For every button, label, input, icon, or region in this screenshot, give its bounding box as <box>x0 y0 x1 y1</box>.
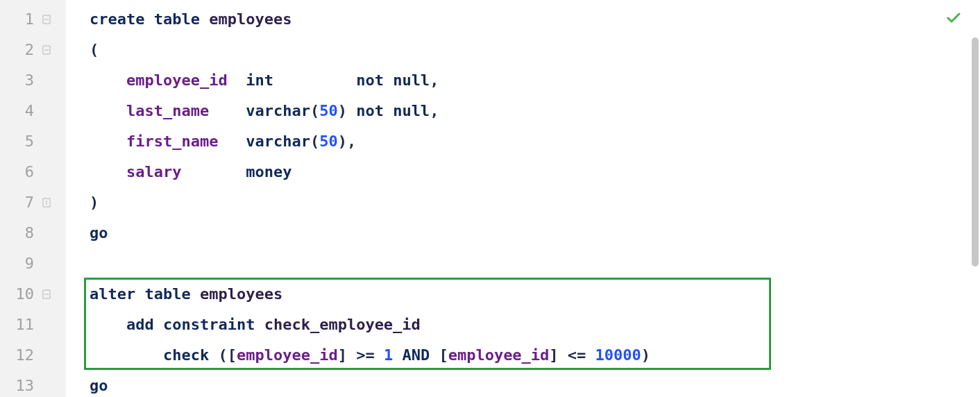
code-line[interactable]: go <box>66 218 980 248</box>
code-line[interactable]: last_name varchar(50) not null, <box>66 96 980 126</box>
code-line[interactable]: employee_id int not null, <box>66 65 980 96</box>
scrollbar-thumb[interactable] <box>972 37 979 267</box>
code-line[interactable]: check ([employee_id] >= 1 AND [employee_… <box>66 340 980 371</box>
line-number: 3 <box>0 65 66 96</box>
code-line[interactable]: ( <box>66 35 980 65</box>
fold-end-icon[interactable] <box>42 198 51 208</box>
line-number: 9 <box>0 248 66 279</box>
line-number: 10 <box>0 279 66 310</box>
code-line[interactable]: go <box>66 371 980 397</box>
code-line[interactable]: create table employees <box>66 4 980 35</box>
gutter: 1 2 3 4 5 6 7 8 9 10 11 12 13 <box>0 0 66 397</box>
line-number: 2 <box>0 35 66 65</box>
code-line[interactable]: alter table employees <box>66 279 980 310</box>
line-number: 7 <box>0 187 66 218</box>
line-number: 11 <box>0 310 66 340</box>
fold-toggle-icon[interactable] <box>42 289 51 299</box>
fold-toggle-icon[interactable] <box>42 15 51 24</box>
line-number: 8 <box>0 218 66 248</box>
line-number: 4 <box>0 96 66 126</box>
code-line[interactable] <box>66 248 980 279</box>
line-number: 5 <box>0 126 66 157</box>
code-line[interactable]: salary money <box>66 157 980 187</box>
line-number: 13 <box>0 371 66 397</box>
line-number: 1 <box>0 4 66 35</box>
code-line[interactable]: first_name varchar(50), <box>66 126 980 157</box>
code-area[interactable]: create table employees ( employee_id int… <box>66 0 980 397</box>
line-number: 6 <box>0 157 66 187</box>
fold-toggle-icon[interactable] <box>42 45 51 55</box>
code-line[interactable]: add constraint check_employee_id <box>66 310 980 340</box>
check-icon <box>945 10 962 26</box>
code-line[interactable]: ) <box>66 187 980 218</box>
line-number: 12 <box>0 340 66 371</box>
code-editor[interactable]: 1 2 3 4 5 6 7 8 9 10 11 12 13 <box>0 0 980 397</box>
